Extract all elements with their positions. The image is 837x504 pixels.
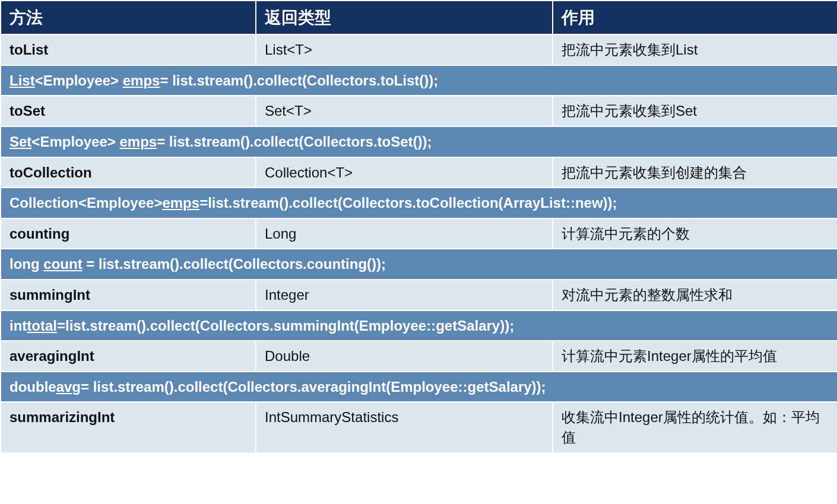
table-code-row: Set<Employee> emps= list.stream().collec… (1, 126, 837, 157)
cell-method: toSet (1, 96, 256, 126)
table-code-row: long count = list.stream().collect(Colle… (1, 249, 837, 280)
cell-code: List<Employee> emps= list.stream().colle… (1, 65, 837, 96)
cell-return-type: IntSummaryStatistics (256, 402, 553, 452)
table-code-row: inttotal=list.stream().collect(Collector… (1, 310, 837, 341)
table-code-row: doubleavg= list.stream().collect(Collect… (1, 372, 837, 402)
cell-return-type: Double (256, 341, 553, 372)
code-text: = list.stream().collect(Collectors.toLis… (160, 72, 438, 88)
table-row: toCollection Collection<T> 把流中元素收集到创建的集合 (1, 157, 837, 188)
cell-return-type: Set<T> (256, 96, 553, 126)
cell-code: doubleavg= list.stream().collect(Collect… (1, 372, 837, 402)
code-text: = list.stream().collect(Collectors.count… (83, 256, 386, 272)
cell-method: counting (1, 218, 256, 249)
table-row: counting Long 计算流中元素的个数 (1, 218, 837, 249)
collectors-table: 方法 返回类型 作用 toList List<T> 把流中元素收集到List L… (0, 0, 837, 454)
table-header-row: 方法 返回类型 作用 (1, 1, 837, 34)
code-underline: avg (56, 379, 81, 395)
code-underline: List (9, 72, 35, 88)
cell-code: Set<Employee> emps= list.stream().collec… (1, 126, 837, 157)
cell-code: inttotal=list.stream().collect(Collector… (1, 310, 837, 341)
cell-return-type: Collection<T> (256, 157, 553, 188)
code-underline: Set (9, 134, 31, 150)
table-code-row: List<Employee> emps= list.stream().colle… (1, 65, 837, 96)
cell-code: Collection<Employee>emps=list.stream().c… (1, 188, 837, 218)
table-code-row: Collection<Employee>emps=list.stream().c… (1, 188, 837, 218)
cell-method: averagingInt (1, 341, 256, 372)
cell-code: long count = list.stream().collect(Colle… (1, 249, 837, 280)
cell-return-type: List<T> (256, 34, 553, 65)
cell-use: 计算流中元素Integer属性的平均值 (553, 341, 837, 372)
code-text: =list.stream().collect(Collectors.toColl… (199, 195, 617, 211)
code-text: = list.stream().collect(Collectors.toSet… (157, 134, 432, 150)
table-row: summarizingInt IntSummaryStatistics 收集流中… (1, 402, 837, 452)
table-row: toList List<T> 把流中元素收集到List (1, 34, 837, 65)
cell-use: 把流中元素收集到List (553, 34, 837, 65)
code-underline: total (27, 318, 57, 334)
cell-method: summarizingInt (1, 402, 256, 452)
cell-use: 对流中元素的整数属性求和 (553, 280, 837, 310)
header-use: 作用 (553, 1, 837, 34)
code-text: <Employee> (35, 72, 123, 88)
cell-use: 计算流中元素的个数 (553, 218, 837, 249)
cell-return-type: Integer (256, 280, 553, 310)
cell-return-type: Long (256, 218, 553, 249)
table-row: summingInt Integer 对流中元素的整数属性求和 (1, 280, 837, 310)
cell-use: 把流中元素收集到Set (553, 96, 837, 126)
code-text: =list.stream().collect(Collectors.summin… (57, 318, 514, 334)
code-underline: count (43, 256, 82, 272)
cell-use: 收集流中Integer属性的统计值。如：平均值 (553, 402, 837, 452)
code-text: = list.stream().collect(Collectors.avera… (81, 379, 546, 395)
cell-method: summingInt (1, 280, 256, 310)
code-text: long (9, 256, 43, 272)
code-underline: emps (119, 134, 157, 150)
table-row: averagingInt Double 计算流中元素Integer属性的平均值 (1, 341, 837, 372)
code-text: Collection<Employee> (9, 195, 162, 211)
code-text: double (9, 379, 56, 395)
code-underline: emps (123, 72, 160, 88)
code-text: <Employee> (31, 134, 119, 150)
cell-method: toList (1, 34, 256, 65)
code-text: int (9, 318, 27, 334)
header-method: 方法 (1, 1, 256, 34)
code-underline: emps (162, 195, 199, 211)
header-return-type: 返回类型 (256, 1, 553, 34)
table-row: toSet Set<T> 把流中元素收集到Set (1, 96, 837, 126)
cell-use: 把流中元素收集到创建的集合 (553, 157, 837, 188)
cell-method: toCollection (1, 157, 256, 188)
